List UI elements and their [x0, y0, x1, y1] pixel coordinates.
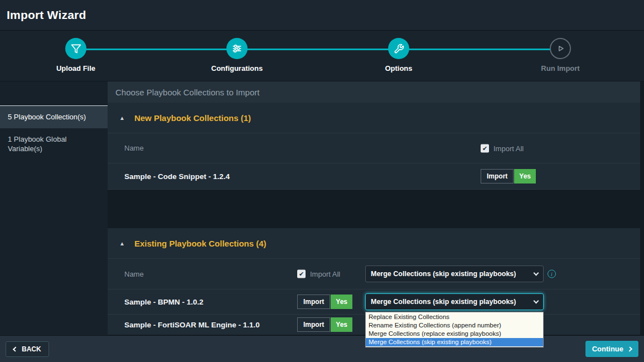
- play-icon: [550, 38, 571, 59]
- import-all-checkbox[interactable]: [481, 144, 489, 152]
- continue-button[interactable]: Continue: [585, 341, 638, 357]
- step-label-options: Options: [385, 64, 412, 73]
- chevron-right-icon: [627, 346, 632, 351]
- step-configurations[interactable]: Configurations: [190, 38, 284, 73]
- step-run-import[interactable]: Run Import: [513, 38, 608, 73]
- step-label-upload-file: Upload File: [56, 64, 95, 73]
- main-panel-title: Choose Playbook Collections to Import: [108, 81, 640, 103]
- import-toggle[interactable]: Import Yes: [481, 169, 536, 184]
- step-options[interactable]: Options: [351, 38, 446, 73]
- row-merge-mode-select-wrapper: Merge Collections (skip existing playboo…: [365, 293, 544, 310]
- dropdown-option-selected[interactable]: Merge Collections (skip existing playboo…: [366, 338, 543, 346]
- sidebar-item-playbook-collections[interactable]: 5 Playbook Collection(s): [0, 106, 108, 128]
- new-collections-section: New Playbook Collections (1) Name Import…: [108, 103, 640, 190]
- funnel-icon: [65, 38, 86, 59]
- back-button-label: BACK: [22, 345, 41, 353]
- existing-collections-table-header: Name Import All Merge Collections (skip …: [108, 259, 640, 289]
- select-value: Merge Collections (skip existing playboo…: [371, 298, 516, 306]
- sliders-icon: [226, 38, 248, 59]
- step-label-configurations: Configurations: [211, 64, 263, 73]
- content-area: 5 Playbook Collection(s) 1 Playbook Glob…: [0, 81, 644, 335]
- chevron-down-icon: [534, 298, 539, 303]
- import-toggle[interactable]: Import Yes: [297, 295, 352, 309]
- row-merge-mode-select[interactable]: Merge Collections (skip existing playboo…: [365, 293, 544, 310]
- section-title: Existing Playbook Collections (4): [134, 239, 267, 248]
- main-panel: Choose Playbook Collections to Import Ne…: [108, 81, 644, 335]
- import-toggle-label: Import: [297, 317, 330, 332]
- import-toggle[interactable]: Import Yes: [297, 317, 352, 332]
- name-column-header: Name: [108, 270, 144, 278]
- import-toggle-value: Yes: [331, 317, 352, 332]
- collapse-caret-icon[interactable]: [119, 115, 125, 121]
- table-row: Sample - Code Snippet - 1.2.4 Import Yes: [108, 163, 640, 190]
- import-toggle-value: Yes: [331, 295, 352, 309]
- sidebar-item-list: 5 Playbook Collection(s) 1 Playbook Glob…: [0, 105, 108, 160]
- table-row: Sample - FortiSOAR ML Engine - 1.1.0 Imp…: [108, 315, 640, 335]
- stepper-connector-line: [76, 49, 560, 50]
- table-row: Sample - BPMN - 1.0.2 Import Yes Merge C…: [108, 289, 640, 315]
- back-button[interactable]: BACK: [6, 341, 49, 357]
- existing-collections-section: Existing Playbook Collections (4) Name I…: [108, 228, 640, 335]
- chevron-left-icon: [13, 346, 18, 351]
- import-all-label: Import All: [310, 270, 340, 278]
- chevron-down-icon: [534, 270, 539, 276]
- page-title: Import Wizard: [7, 8, 86, 22]
- new-collections-section-header[interactable]: New Playbook Collections (1): [108, 103, 640, 133]
- collection-name: Sample - BPMN - 1.0.2: [108, 298, 204, 306]
- import-all-checkbox[interactable]: [297, 270, 306, 278]
- wizard-stepper: Upload File Configurations Options: [0, 31, 644, 81]
- existing-collections-section-header[interactable]: Existing Playbook Collections (4): [108, 228, 640, 259]
- continue-button-label: Continue: [592, 345, 623, 353]
- sidebar-item-playbook-global-variables[interactable]: 1 Playbook Global Variable(s): [0, 128, 108, 160]
- import-wizard-window: Import Wizard Upload File Configurat: [0, 0, 644, 362]
- import-toggle-label: Import: [297, 295, 330, 309]
- collapse-caret-icon[interactable]: [119, 240, 125, 247]
- step-upload-file[interactable]: Upload File: [28, 38, 123, 73]
- name-column-header: Name: [108, 144, 144, 152]
- import-toggle-label: Import: [481, 169, 514, 184]
- footer-bar: BACK Continue: [0, 335, 644, 362]
- sidebar: 5 Playbook Collection(s) 1 Playbook Glob…: [0, 81, 108, 335]
- bulk-merge-mode-select[interactable]: Merge Collections (skip existing playboo…: [365, 266, 544, 282]
- info-icon[interactable]: [548, 270, 556, 278]
- new-collections-table-header: Name Import All: [108, 133, 640, 163]
- select-value: Merge Collections (skip existing playboo…: [371, 270, 516, 278]
- collection-name: Sample - Code Snippet - 1.2.4: [108, 172, 230, 181]
- section-title: New Playbook Collections (1): [134, 113, 251, 123]
- section-spacer: [108, 190, 640, 228]
- import-toggle-value: Yes: [514, 169, 536, 184]
- step-label-run-import: Run Import: [541, 64, 579, 73]
- window-title-bar: Import Wizard: [0, 0, 644, 31]
- import-all-label: Import All: [493, 144, 524, 152]
- wrench-icon: [388, 38, 409, 59]
- collection-name: Sample - FortiSOAR ML Engine - 1.1.0: [108, 321, 260, 329]
